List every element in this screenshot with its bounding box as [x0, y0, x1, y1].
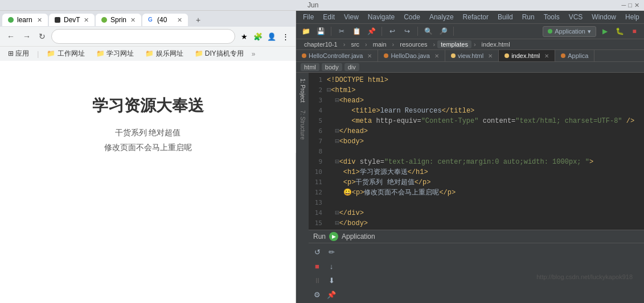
menu-help[interactable]: Help: [621, 12, 644, 22]
reload-button[interactable]: ↻: [36, 31, 48, 42]
bookmark-work[interactable]: 📁 工作网址: [43, 48, 88, 60]
file-tab-label-2: view.html: [458, 52, 483, 59]
code-line-3: 3 ⊟<head>: [309, 96, 644, 106]
tab-devt[interactable]: DevT ✕: [49, 14, 95, 26]
save-all-icon[interactable]: 💾: [314, 25, 327, 38]
file-tab-index-html[interactable]: index.html ✕: [499, 50, 555, 61]
paste-icon[interactable]: 📌: [365, 25, 378, 38]
file-tab-label-4: Applica: [568, 52, 588, 59]
menu-analyze[interactable]: Analyze: [425, 12, 458, 22]
ide-code-wrapper: 1 <!DOCTYPE html> 2 ⊟<html> 3 ⊟<head> 4 …: [309, 73, 644, 303]
code-line-14: 14 ⊟</div>: [309, 208, 644, 218]
menu-file[interactable]: File: [298, 12, 318, 22]
pin-button[interactable]: 📌: [325, 288, 338, 301]
file-tab-close-0[interactable]: ✕: [367, 53, 372, 59]
new-tab-button[interactable]: +: [191, 13, 205, 27]
menu-icon[interactable]: ⋮: [280, 31, 291, 42]
debug-button[interactable]: 🐛: [613, 25, 626, 38]
menu-build[interactable]: Build: [493, 12, 518, 22]
tab-label-learn: learn: [17, 16, 32, 24]
replace-icon[interactable]: 🔎: [437, 25, 449, 38]
breadcrumb-src[interactable]: src: [347, 40, 363, 48]
tab-close-learn[interactable]: ✕: [37, 16, 42, 24]
forward-button[interactable]: →: [20, 31, 33, 42]
settings-button[interactable]: ⚙: [311, 288, 323, 301]
side-tab-project[interactable]: 1: Project: [298, 75, 307, 106]
tab-close-spring[interactable]: ✕: [130, 16, 136, 24]
search-icon[interactable]: 🔍: [422, 25, 434, 38]
tab-google[interactable]: G (40 ✕: [142, 14, 188, 26]
address-input[interactable]: [51, 29, 235, 44]
menu-window[interactable]: Window: [587, 12, 621, 22]
browser-tab-bar: learn ✕ DevT ✕ Sprin ✕ G (40 ✕ +: [0, 11, 296, 27]
extensions-icon[interactable]: 🧩: [252, 31, 264, 42]
menu-view[interactable]: View: [339, 12, 363, 22]
side-tab-structure[interactable]: 7: Structure: [298, 107, 307, 143]
down-button[interactable]: ⬇: [325, 274, 338, 287]
edit-button[interactable]: ✏: [325, 246, 338, 258]
code-line-15: 15 ⊟</body>: [309, 218, 644, 229]
toolbar-sep-2: [382, 27, 382, 36]
menu-edit[interactable]: Edit: [318, 12, 339, 22]
tab-label-spring: Sprin: [110, 16, 126, 24]
breadcrumb-templates[interactable]: templates: [437, 40, 471, 48]
ide-run-bar: Run ▶ Application: [309, 230, 644, 243]
tab-learn[interactable]: learn ✕: [2, 14, 48, 26]
menu-code[interactable]: Code: [399, 12, 425, 22]
redo-icon[interactable]: ↪: [401, 25, 413, 38]
file-tab-hello-dao[interactable]: HelloDao.java ✕: [378, 50, 445, 61]
bookmark-study[interactable]: 📁 学习网址: [93, 48, 137, 60]
file-tab-view-html[interactable]: view.html ✕: [445, 50, 499, 61]
tab-close-google[interactable]: ✕: [177, 16, 182, 24]
breadcrumb-chapter[interactable]: chapter10-1: [301, 40, 341, 48]
breadcrumb-main[interactable]: main: [370, 40, 390, 48]
pause-button[interactable]: ⏸: [311, 274, 323, 287]
tab-favicon-spring: [101, 17, 107, 23]
menu-vcs[interactable]: VCS: [564, 12, 588, 22]
file-tab-hello-controller[interactable]: HelloController.java ✕: [296, 50, 378, 61]
tab-favicon-google: G: [148, 17, 154, 23]
rerun-button[interactable]: ↺: [311, 246, 323, 258]
profile-icon[interactable]: 👤: [266, 31, 277, 42]
file-tab-applica[interactable]: Applica: [555, 50, 594, 61]
run-config-selector[interactable]: Application ▾: [543, 26, 596, 37]
bookmark-apps[interactable]: ⊞ 应用: [5, 48, 32, 60]
toolbar-icons: ★ 🧩 👤 ⋮: [239, 31, 291, 42]
bookmark-entertainment[interactable]: 📁 娱乐网址: [142, 48, 186, 60]
page-text: 修改页面不会马上重启呢: [104, 143, 192, 153]
tag-html[interactable]: html: [301, 63, 319, 71]
tag-body[interactable]: body: [322, 63, 342, 71]
undo-icon[interactable]: ↩: [386, 25, 399, 38]
folder-icon[interactable]: 📁: [300, 25, 312, 38]
ide-top-toolbar: 📁 💾 ✂ 📋 📌 ↩ ↪ 🔍 🔎 Application ▾ ▶ 🐛 ■: [296, 24, 644, 39]
cut-icon[interactable]: ✂: [335, 25, 348, 38]
ide-file-tabs: HelloController.java ✕ HelloDao.java ✕ v…: [296, 50, 644, 62]
code-line-10: 10 <h1>学习资源大奉送</h1>: [309, 167, 644, 177]
breadcrumb-resources[interactable]: resources: [396, 40, 430, 48]
file-tab-icon-3: [504, 53, 509, 58]
step-over-button[interactable]: ↓: [325, 260, 338, 272]
bookmark-diy[interactable]: 📁 DIY搞机专用: [191, 48, 247, 60]
file-tab-close-2[interactable]: ✕: [488, 53, 493, 59]
tag-div[interactable]: div: [344, 63, 359, 71]
tab-close-devt[interactable]: ✕: [84, 16, 89, 24]
copy-icon[interactable]: 📋: [350, 25, 363, 38]
stop-button[interactable]: ■: [628, 25, 641, 38]
stop-run-button[interactable]: ■: [311, 260, 323, 272]
menu-run[interactable]: Run: [518, 12, 539, 22]
ide-code-editor[interactable]: 1 <!DOCTYPE html> 2 ⊟<html> 3 ⊟<head> 4 …: [309, 73, 644, 230]
menu-tools[interactable]: Tools: [539, 12, 564, 22]
file-tab-close-3[interactable]: ✕: [544, 53, 549, 59]
file-tab-icon-1: [384, 53, 388, 58]
breadcrumb-index[interactable]: index.html: [478, 40, 514, 48]
menu-refactor[interactable]: Refactor: [458, 12, 493, 22]
ide-menu-bar: File Edit View Navigate Code Analyze Ref…: [296, 11, 644, 24]
bookmark-icon[interactable]: ★: [239, 31, 250, 42]
run-button[interactable]: ▶: [598, 25, 611, 38]
run-toolbar-row-1: ↺ ✏: [311, 246, 642, 258]
tab-spring[interactable]: Sprin ✕: [96, 14, 141, 26]
back-button[interactable]: ←: [5, 31, 17, 42]
bookmarks-more[interactable]: »: [252, 50, 256, 58]
menu-navigate[interactable]: Navigate: [363, 12, 399, 22]
file-tab-close-1[interactable]: ✕: [434, 53, 439, 59]
